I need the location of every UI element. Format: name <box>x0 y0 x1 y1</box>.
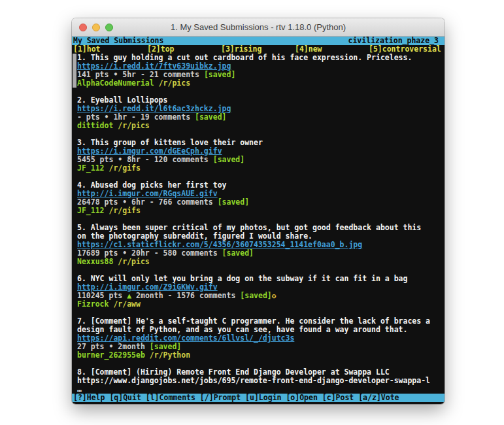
saved-badge: [saved] <box>218 197 249 207</box>
author-name[interactable]: AlphaCodeNumerial <box>77 78 154 88</box>
submission-byline: JF_112/r/gifs <box>77 207 430 215</box>
subreddit-name[interactable]: /r/pics <box>118 121 149 130</box>
subreddit-name[interactable]: /r/Python <box>150 350 190 360</box>
submission-item[interactable]: 4. Abused dog picks her first toy http:/… <box>72 181 445 215</box>
submission-item[interactable]: 8. [Comment] (Hiring) Remote Front End D… <box>72 368 445 394</box>
saved-badge: [saved] <box>195 112 226 122</box>
author-name[interactable]: Nexxus88 <box>77 257 113 266</box>
truncation-ellipsis: … <box>77 385 430 394</box>
submission-byline: JF_112/r/gifs <box>77 164 430 173</box>
help-bar: [?]Help [q]Quit [l]Comments [/]Prompt [u… <box>72 394 445 402</box>
subreddit-name[interactable]: /r/pics <box>118 257 149 266</box>
saved-badge: [saved] <box>240 291 271 300</box>
subreddit-name[interactable]: /r/aww <box>113 299 141 309</box>
submission-item[interactable]: 2. Eyeball Lollipops https://i.redd.it/l… <box>72 96 445 130</box>
status-header-bar: My Saved Submissions civilization_phaze_… <box>72 37 445 45</box>
submission-title: 7. [Comment] He's a self-taught C progra… <box>77 317 430 334</box>
saved-badge: [saved] <box>213 155 244 164</box>
page-title: My Saved Submissions <box>72 37 163 45</box>
submission-byline: Nexxus88/r/pics <box>77 258 430 266</box>
author-name[interactable]: JF_112 <box>77 163 105 173</box>
selection-cursor <box>73 54 76 88</box>
submission-item[interactable]: 1. This guy holding a cut out cardboard … <box>72 54 445 88</box>
submission-item[interactable]: 5. Always been super critical of my phot… <box>72 224 445 266</box>
submission-byline: Fizrock/r/aww <box>77 300 430 309</box>
submission-byline: burner_262955eb/r/Python <box>77 351 430 360</box>
author-name[interactable]: Fizrock <box>77 299 109 309</box>
submission-title-continued: https://www.djangojobs.net/jobs/695/remo… <box>77 377 430 385</box>
saved-badge: [saved] <box>222 248 254 258</box>
submission-item[interactable]: 7. [Comment] He's a self-taught C progra… <box>72 317 445 360</box>
submission-title: 5. Always been super critical of my phot… <box>77 224 430 241</box>
author-name[interactable]: JF_112 <box>77 206 105 215</box>
gilded-icon: ✪ <box>272 291 277 300</box>
submission-byline: AlphaCodeNumerial/r/pics <box>77 79 430 88</box>
zoom-button[interactable] <box>105 24 113 31</box>
terminal-screen: My Saved Submissions civilization_phaze_… <box>72 37 445 404</box>
author-name[interactable]: burner_262955eb <box>77 350 145 360</box>
saved-badge: [saved] <box>204 70 235 79</box>
saved-badge: [saved] <box>150 342 181 351</box>
subreddit-name[interactable]: /r/pics <box>159 78 190 88</box>
minimize-button[interactable] <box>92 24 100 31</box>
window-title: 1. My Saved Submissions - rtv 1.18.0 (Py… <box>171 22 346 32</box>
author-name[interactable]: dittidot <box>77 121 113 130</box>
submission-byline: dittidot/r/pics <box>77 122 430 130</box>
traffic-lights <box>79 18 113 36</box>
close-button[interactable] <box>79 24 87 31</box>
submission-item[interactable]: 3. This group of kittens love their owne… <box>72 139 445 173</box>
submission-item[interactable]: 6. NYC will only let you bring a dog on … <box>72 275 445 309</box>
title-bar[interactable]: 1. My Saved Submissions - rtv 1.18.0 (Py… <box>72 18 445 37</box>
subreddit-name[interactable]: /r/gifs <box>109 163 140 173</box>
subreddit-name[interactable]: /r/gifs <box>109 206 140 215</box>
logged-in-username: civilization_phaze_3 <box>348 37 445 45</box>
rtv-window: 1. My Saved Submissions - rtv 1.18.0 (Py… <box>72 18 445 404</box>
